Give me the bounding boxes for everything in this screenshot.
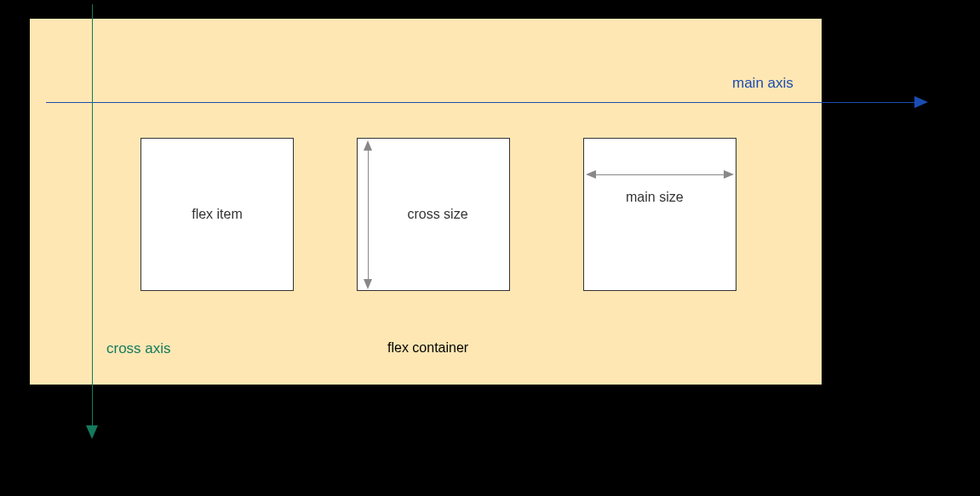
flex-item-1: flex item [140, 138, 294, 291]
arrow-right-icon [724, 170, 734, 179]
cross-axis-line [92, 4, 93, 434]
flex-item-1-label: flex item [192, 207, 243, 222]
cross-axis-arrow-icon [86, 425, 98, 439]
arrow-left-icon [586, 170, 596, 179]
cross-axis-label: cross axis [106, 340, 171, 357]
main-axis-label: main axis [732, 75, 794, 92]
main-size-label: main size [626, 190, 684, 205]
flex-container-label: flex container [387, 340, 468, 356]
main-axis-arrow-icon [914, 96, 928, 108]
arrow-down-icon [364, 279, 372, 289]
main-axis-line [46, 102, 923, 103]
main-size-arrow-line [594, 174, 726, 175]
flex-item-2: cross size [357, 138, 510, 291]
flex-item-3 [583, 138, 736, 291]
arrow-up-icon [364, 140, 372, 151]
cross-size-arrow-line [368, 146, 369, 282]
cross-size-label: cross size [407, 207, 467, 222]
